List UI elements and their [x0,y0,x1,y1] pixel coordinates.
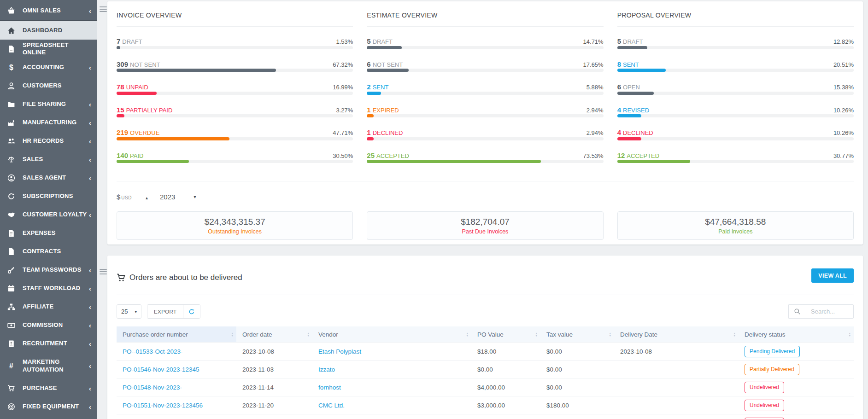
column-header-tax-value[interactable]: Tax value▴▾ [540,326,614,343]
page-size-select[interactable]: 25 ▾ [117,304,141,319]
percent-value: 3.27% [336,107,353,114]
sidebar-item-purchase[interactable]: PURCHASE‹ [0,379,97,397]
table-controls: 25 ▾ EXPORT [117,304,854,319]
column-header-label: Delivery Date [620,331,657,338]
sidebar-item-omni-sales[interactable]: OMNI SALES‹ [0,1,97,20]
sidebar-item-sales-agent[interactable]: SALES AGENT‹ [0,169,97,187]
sidebar-item-recruitment[interactable]: RECRUITMENT‹ [0,334,97,353]
vendor-link[interactable]: fornhost [318,384,341,391]
percent-value: 73.53% [583,152,604,159]
sort-icon[interactable]: ▴▾ [307,332,309,337]
sidebar-item-sales[interactable]: SALES‹ [0,150,97,169]
progress-bar [617,160,854,163]
sidebar-item-team-passwords[interactable]: TEAM PASSWORDS‹ [0,261,97,279]
file-icon [7,247,15,256]
export-button-group: EXPORT [147,304,200,319]
sidebar-item-label: ACCOUNTING [23,64,64,71]
chevron-left-icon: ‹ [89,322,91,329]
sidebar-item-marketing-automation[interactable]: #MARKETING AUTOMATION‹ [0,353,97,379]
proposal-overview-row-open: 6OPEN15.38% [617,72,854,95]
status-count-label: 4DECLINED [617,128,653,137]
proposal-overview: PROPOSAL OVERVIEW5DRAFT12.82%8SENT20.51%… [617,1,854,163]
currency-select[interactable]: $ USD ▴ [117,193,148,201]
percent-value: 30.50% [333,152,353,159]
orders-table: Purchase order number▴▾Order date▴▾Vendo… [117,326,854,419]
sort-icon[interactable]: ▴▾ [733,332,735,337]
progress-bar [367,46,603,49]
percent-value: 10.26% [833,129,854,136]
sort-icon[interactable]: ▴▾ [609,332,611,337]
proposal-overview-row-sent: 8SENT20.51% [617,50,854,73]
orders-title: Orders are about to be delivered [129,273,242,282]
po-number-link[interactable]: PO-01548-Nov-2023- [123,384,182,391]
sidebar-item-staff-workload[interactable]: STAFF WORKLOAD‹ [0,279,97,297]
column-header-order-date[interactable]: Order date▴▾ [236,326,312,343]
page-size-value: 25 [121,308,128,315]
year-select[interactable]: 2023 ▾ [160,193,196,201]
vendor-link[interactable]: Etash Polyplast [318,348,361,355]
sort-icon[interactable]: ▴▾ [231,332,233,337]
caret-down-icon: ▾ [194,194,196,199]
delivery-date-cell [614,378,739,396]
po-value-cell: $3,000.00 [471,396,540,414]
sort-icon[interactable]: ▴▾ [535,332,537,337]
sidebar-item-dashboard[interactable]: DASHBOARD [0,21,97,40]
proposal-overview-row-revised: 4REVISED10.26% [617,95,854,118]
sort-icon[interactable]: ▴▾ [466,332,468,337]
po-number-link[interactable]: PO-01546-Nov-2023-12345 [123,366,199,373]
column-header-purchase-order-number[interactable]: Purchase order number▴▾ [117,326,236,343]
search-group [788,304,854,319]
vendor-link[interactable]: CMC Ltd. [318,402,345,409]
vendor-link[interactable]: Izzato [318,366,335,373]
sidebar-item-commission[interactable]: COMMISSION‹ [0,316,97,334]
sidebar-item-accounting[interactable]: $ACCOUNTING‹ [0,58,97,76]
svg-text:$: $ [9,64,13,71]
estimate-overview-row-sent: 2SENT5.88% [367,72,603,95]
column-header-delivery-date[interactable]: Delivery Date▴▾ [614,326,739,343]
table-row: PO-01546-Nov-2023-123452023-11-03Izzato$… [117,361,854,378]
po-number-link[interactable]: PO-01551-Nov-2023-123456 [123,402,203,409]
sidebar-item-manufacturing[interactable]: MANUFACTURING‹ [0,113,97,132]
progress-bar [617,69,854,72]
sidebar-item-file-sharing[interactable]: FILE SHARING‹ [0,95,97,113]
po-number-cell: PO--01533-Oct-2023- [117,343,236,361]
status-count-label: 5DRAFT [367,37,393,46]
column-header-delivery-status[interactable]: Delivery status▴▾ [739,326,854,343]
sidebar-item-customer-loyalty[interactable]: CUSTOMER LOYALTY‹ [0,205,97,224]
menu-toggle-icon[interactable] [100,6,107,12]
delivery-date-cell [614,361,739,378]
sidebar-item-customers[interactable]: CUSTOMERS [0,76,97,95]
po-number-link[interactable]: PO--01533-Oct-2023- [123,348,183,355]
sidebar-item-hr-records[interactable]: HR RECORDS‹ [0,132,97,150]
status-count-label: 78UNPAID [117,83,148,91]
refresh-icon [7,192,15,200]
chevron-left-icon: ‹ [89,119,91,126]
sort-icon[interactable]: ▴▾ [849,332,850,337]
cart-icon [117,273,126,282]
search-input[interactable] [806,304,854,319]
sidebar-item-subscriptions[interactable]: SUBSCRIPTIONS [0,187,97,205]
refresh-button[interactable] [183,305,200,318]
sidebar-item-label: DASHBOARD [23,27,62,34]
sidebar-item-contracts[interactable]: CONTRACTS [0,242,97,261]
user-circle-icon [7,174,15,182]
progress-bar [367,137,603,140]
sidebar-item-label: MARKETING AUTOMATION [23,358,89,373]
paid-invoices-card: $47,664,318.58Paid Invoices [617,211,854,240]
progress-bar [117,114,353,117]
sidebar-item-fixed-equipment[interactable]: FIXED EQUIPMENT‹ [0,397,97,416]
export-button[interactable]: EXPORT [147,305,183,318]
users-icon [7,137,15,145]
vendor-cell: 324324 [312,414,471,419]
sidebar-item-expenses[interactable]: EXPENSES [0,224,97,242]
sidebar-item-affiliate[interactable]: AFFILIATE‹ [0,297,97,316]
view-all-button[interactable]: VIEW ALL [811,268,854,283]
percent-value: 30.77% [833,152,854,159]
status-count-label: 1EXPIRED [367,106,399,114]
sidebar-item-label: COMMISSION [23,321,63,329]
sidebar-item-spreadsheet-online[interactable]: SPREADSHEET ONLINE [0,40,97,58]
column-header-vendor[interactable]: Vendor▴▾ [312,326,471,343]
menu-toggle-icon-2[interactable] [100,269,107,274]
column-header-po-value[interactable]: PO Value▴▾ [471,326,540,343]
chevron-left-icon: ‹ [89,101,91,108]
